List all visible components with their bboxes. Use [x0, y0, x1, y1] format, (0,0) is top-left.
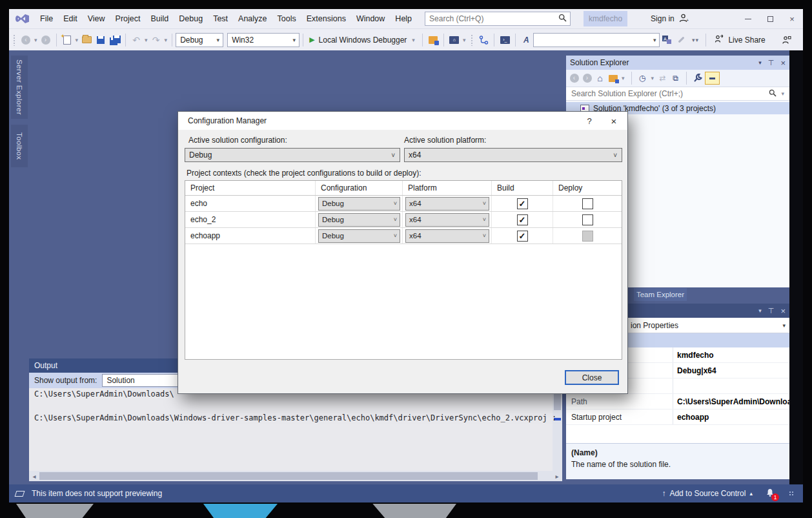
row-platform-dropdown[interactable]: x64˅: [405, 229, 489, 243]
menu-item-extensions[interactable]: Extensions: [301, 9, 351, 28]
home-window-icon[interactable]: ⌂: [449, 34, 460, 46]
tab-team-explorer[interactable]: Team Explorer: [634, 288, 687, 301]
show-all-files-icon[interactable]: [705, 72, 720, 85]
scroll-right-icon[interactable]: ▸: [552, 473, 562, 480]
close-panel-icon[interactable]: ×: [780, 58, 786, 68]
property-value: Debug|x64: [673, 363, 789, 378]
toolbar-drag-handle[interactable]: [13, 34, 16, 46]
home-window-dropdown[interactable]: ▾: [463, 37, 466, 43]
toolbar-overflow-icon[interactable]: ▾▾: [689, 34, 701, 46]
output-horizontal-scrollbar[interactable]: ◂ ▸: [29, 471, 562, 481]
attach-to-process-icon[interactable]: [427, 34, 439, 46]
search-options-dropdown[interactable]: ▾: [781, 90, 784, 97]
save-icon[interactable]: [95, 34, 107, 46]
menu-item-window[interactable]: Window: [351, 9, 390, 28]
quick-search-box[interactable]: [425, 12, 571, 26]
row-platform-dropdown[interactable]: x64˅: [405, 213, 489, 227]
row-configuration-dropdown[interactable]: Debug˅: [318, 197, 400, 211]
scrollbar-thumb[interactable]: [39, 472, 538, 480]
save-all-icon[interactable]: [109, 34, 121, 46]
panel-menu-icon[interactable]: ▾: [758, 307, 762, 314]
dialog-help-button[interactable]: ?: [580, 112, 599, 130]
build-checkbox[interactable]: ✓: [517, 198, 528, 209]
solution-platform-dropdown[interactable]: Win32 ▾: [227, 33, 299, 47]
source-control-branch-icon[interactable]: [478, 34, 489, 46]
output-vertical-scrollbar[interactable]: [553, 388, 562, 471]
build-checkbox[interactable]: ✓: [517, 231, 528, 242]
row-configuration-dropdown[interactable]: Debug˅: [318, 213, 400, 227]
edit-pencil-icon[interactable]: [675, 34, 687, 46]
sidebar-tab-server-explorer[interactable]: Server Explorer: [11, 56, 28, 119]
solution-explorer-search-input[interactable]: [570, 88, 769, 99]
deploy-checkbox[interactable]: [582, 214, 593, 225]
new-project-dropdown[interactable]: ▾: [76, 37, 79, 43]
undo-dropdown[interactable]: ▾: [145, 37, 148, 43]
title-bar: FileEditViewProjectBuildDebugTestAnalyze…: [9, 9, 803, 28]
menu-item-analyze[interactable]: Analyze: [233, 9, 272, 28]
row-configuration-dropdown[interactable]: Debug˅: [318, 229, 400, 243]
toolbar-drag-handle[interactable]: [471, 34, 474, 46]
menu-item-help[interactable]: Help: [390, 9, 417, 28]
menu-item-view[interactable]: View: [83, 9, 110, 28]
solution-configuration-dropdown[interactable]: Debug ▾: [176, 33, 223, 47]
terminal-icon[interactable]: ›_: [499, 34, 511, 46]
close-panel-icon[interactable]: ×: [780, 306, 786, 316]
resize-grip[interactable]: [789, 491, 794, 496]
pin-icon[interactable]: ⊤: [768, 307, 775, 315]
maximize-button[interactable]: [759, 9, 781, 28]
close-window-button[interactable]: ×: [781, 9, 803, 28]
navigate-back-dropdown[interactable]: ▾: [34, 37, 37, 43]
property-row[interactable]: Startup projectechoapp: [566, 409, 789, 425]
minimize-button[interactable]: [737, 9, 759, 28]
quick-search-input[interactable]: [425, 14, 558, 23]
switch-views-icon[interactable]: [607, 73, 618, 84]
close-button[interactable]: Close: [565, 370, 619, 385]
menu-item-debug[interactable]: Debug: [174, 9, 208, 28]
navigate-forward-icon[interactable]: ›: [40, 34, 52, 46]
properties-wrench-icon[interactable]: [692, 73, 703, 84]
feedback-icon[interactable]: [781, 34, 793, 46]
pin-icon[interactable]: ⊤: [768, 59, 775, 67]
sign-in-button[interactable]: Sign in +: [651, 14, 689, 25]
output-text-area[interactable]: C:\Users\SuperAdmin\Downloads\C:\Users\S…: [29, 388, 562, 471]
redo-icon[interactable]: ↷: [150, 34, 162, 46]
home-icon[interactable]: ⌂: [594, 73, 605, 84]
notifications-button[interactable]: 1: [766, 488, 775, 499]
sidebar-tab-toolbox[interactable]: Toolbox: [11, 125, 28, 167]
forward-icon[interactable]: ›: [582, 73, 593, 84]
active-platform-dropdown[interactable]: x64 ˅: [404, 148, 622, 162]
undo-icon[interactable]: ↶: [130, 34, 142, 46]
deploy-checkbox[interactable]: [582, 198, 593, 209]
row-platform-dropdown[interactable]: x64˅: [405, 197, 489, 211]
collapse-all-icon[interactable]: ⧉: [670, 73, 681, 84]
navigate-back-icon[interactable]: ‹: [20, 34, 32, 46]
menu-item-tools[interactable]: Tools: [272, 9, 301, 28]
pending-changes-filter-icon[interactable]: ◷: [637, 73, 648, 84]
scroll-left-icon[interactable]: ◂: [29, 473, 39, 480]
live-share-button[interactable]: Live Share: [715, 34, 765, 45]
back-icon[interactable]: ‹: [569, 73, 580, 84]
solution-explorer-search-box[interactable]: ▾: [566, 87, 789, 101]
property-row[interactable]: PathC:\Users\SuperAdmin\Downloa: [566, 394, 789, 409]
text-tool-icon[interactable]: A: [520, 34, 532, 46]
switch-views-dropdown[interactable]: ▾: [622, 75, 625, 81]
new-project-icon[interactable]: ✦: [61, 34, 73, 46]
build-checkbox[interactable]: ✓: [517, 214, 528, 225]
dialog-close-icon[interactable]: ×: [604, 112, 624, 130]
menu-item-test[interactable]: Test: [208, 9, 233, 28]
panel-menu-icon[interactable]: ▾: [758, 59, 762, 66]
start-debugging-button[interactable]: ▶ Local Windows Debugger ▾: [309, 36, 416, 45]
active-configuration-dropdown[interactable]: Debug ˅: [185, 148, 400, 162]
menu-item-build[interactable]: Build: [145, 9, 174, 28]
filter-dropdown[interactable]: ▾: [651, 75, 655, 81]
open-file-icon[interactable]: [81, 34, 92, 46]
menu-item-project[interactable]: Project: [110, 9, 146, 28]
menu-item-file[interactable]: File: [35, 9, 58, 28]
toolbar-combo-box[interactable]: ▾: [533, 33, 660, 47]
sync-with-active-document-icon[interactable]: ⇄: [657, 73, 668, 84]
separator: [56, 34, 57, 47]
menu-item-edit[interactable]: Edit: [58, 9, 83, 28]
redo-dropdown[interactable]: ▾: [165, 37, 168, 43]
ime-translate-icon[interactable]: A: [661, 34, 673, 46]
add-to-source-control-button[interactable]: Add to Source Control: [669, 489, 746, 498]
